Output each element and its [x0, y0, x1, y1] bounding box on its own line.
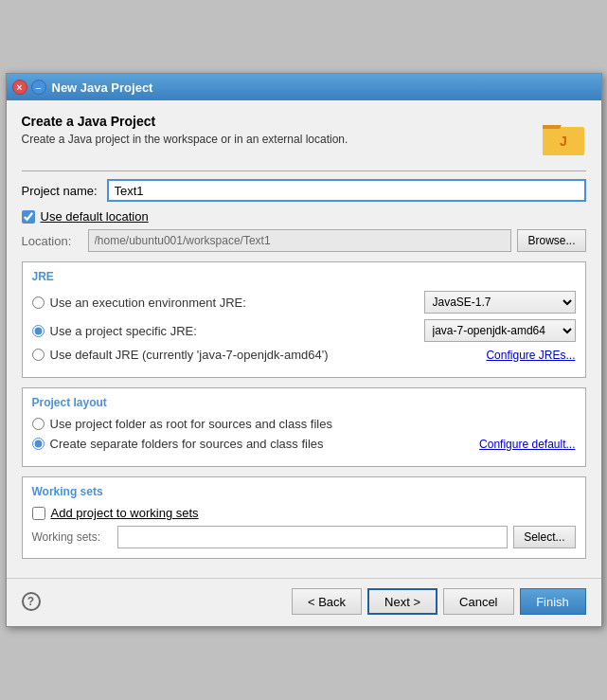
dialog-title: Create a Java Project [22, 114, 348, 129]
jre-option-1-row: Use an execution environment JRE: JavaSE… [32, 291, 576, 314]
location-row: Location: Browse... [22, 229, 586, 252]
location-input[interactable] [88, 229, 512, 252]
jre-option-1-radio[interactable] [32, 296, 45, 309]
header-section: Create a Java Project Create a Java proj… [22, 114, 586, 159]
working-sets-title: Working sets [32, 485, 576, 498]
dialog-window: × – New Java Project Create a Java Proje… [6, 73, 602, 627]
dialog-content: Create a Java Project Create a Java proj… [7, 100, 601, 578]
browse-button[interactable]: Browse... [517, 229, 585, 252]
working-sets-input[interactable] [117, 526, 509, 548]
layout-option-2-radio[interactable] [32, 438, 45, 450]
working-sets-label: Working sets: [32, 530, 117, 544]
back-button[interactable]: < Back [292, 588, 362, 615]
header-divider [22, 171, 586, 171]
dialog-description: Create a Java project in the workspace o… [22, 133, 348, 146]
jre-option-2-row: Use a project specific JRE: java-7-openj… [32, 319, 576, 342]
location-label: Location: [22, 234, 88, 248]
project-layout-title: Project layout [32, 396, 576, 409]
svg-text:J: J [560, 134, 567, 149]
layout-option-2-label: Create separate folders for sources and … [50, 437, 480, 451]
working-sets-section: Working sets Add project to working sets… [22, 476, 586, 559]
default-location-row: Use default location [22, 209, 586, 224]
jre-section: JRE Use an execution environment JRE: Ja… [22, 261, 586, 378]
add-working-sets-checkbox[interactable] [32, 507, 45, 520]
jre-execution-env-dropdown[interactable]: JavaSE-1.7 [424, 291, 576, 314]
default-location-label[interactable]: Use default location [41, 209, 149, 224]
cancel-button[interactable]: Cancel [443, 588, 513, 615]
add-working-sets-label[interactable]: Add project to working sets [51, 506, 199, 520]
working-sets-select-button[interactable]: Select... [513, 526, 575, 548]
jre-option-3-radio[interactable] [32, 349, 45, 361]
header-text: Create a Java Project Create a Java proj… [22, 114, 348, 146]
jre-section-title: JRE [32, 270, 576, 283]
jre-default-label: Use default JRE (currently 'java-7-openj… [50, 348, 329, 362]
layout-option-2-left: Create separate folders for sources and … [32, 437, 480, 451]
project-name-row: Project name: [22, 179, 586, 202]
close-button[interactable]: × [12, 80, 27, 95]
jre-option-1-label: Use an execution environment JRE: [50, 296, 424, 310]
minimize-button[interactable]: – [31, 80, 46, 95]
layout-option-2-row: Create separate folders for sources and … [32, 437, 576, 451]
project-name-label: Project name: [22, 184, 107, 198]
layout-option-1-radio[interactable] [32, 418, 45, 430]
layout-option-1-row: Use project folder as root for sources a… [32, 417, 576, 431]
layout-option-1-label: Use project folder as root for sources a… [50, 417, 576, 431]
footer-buttons: ? < Back Next > Cancel Finish [7, 578, 601, 626]
project-layout-section: Project layout Use project folder as roo… [22, 387, 586, 467]
window-title: New Java Project [52, 81, 153, 95]
jre-option-2-label: Use a project specific JRE: [50, 324, 424, 338]
configure-jres-link[interactable]: Configure JREs... [486, 349, 575, 362]
jre-option-3-row: Use default JRE (currently 'java-7-openj… [32, 348, 576, 362]
default-location-checkbox[interactable] [22, 210, 35, 224]
help-button[interactable]: ? [22, 592, 41, 611]
jre-option-2-radio[interactable] [32, 325, 45, 337]
project-name-input[interactable] [107, 179, 586, 202]
jre-project-specific-dropdown[interactable]: java-7-openjdk-amd64 [424, 319, 576, 342]
finish-button[interactable]: Finish [520, 588, 586, 615]
working-sets-input-row: Working sets: Select... [32, 526, 576, 548]
configure-default-link[interactable]: Configure default... [479, 438, 575, 451]
folder-icon: J [541, 114, 586, 159]
jre-option-3-left: Use default JRE (currently 'java-7-openj… [32, 348, 329, 362]
next-button[interactable]: Next > [367, 588, 437, 615]
add-to-working-sets-row: Add project to working sets [32, 506, 576, 520]
titlebar: × – New Java Project [7, 74, 601, 100]
